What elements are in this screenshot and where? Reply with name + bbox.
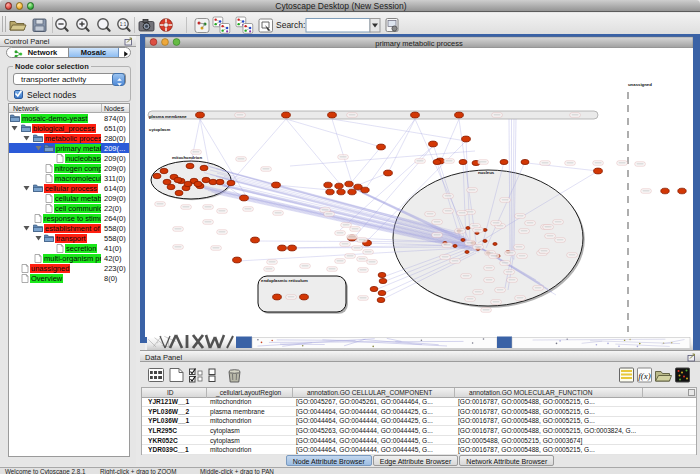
svg-text:unassigned: unassigned [628, 82, 652, 87]
svg-text:nucleus: nucleus [478, 170, 495, 175]
svg-text:primary metabolic process: primary metabolic process [375, 39, 463, 48]
svg-text:1:1: 1:1 [120, 22, 127, 27]
svg-text:endoplasmic reticulum: endoplasmic reticulum [261, 278, 308, 283]
svg-text:mitochondrion: mitochondrion [172, 155, 202, 160]
svg-text:Search:: Search: [276, 20, 305, 30]
svg-text:plasma membrane: plasma membrane [149, 114, 187, 119]
svg-text:cytoplasm: cytoplasm [149, 127, 170, 132]
svg-text:f(x): f(x) [638, 371, 651, 381]
